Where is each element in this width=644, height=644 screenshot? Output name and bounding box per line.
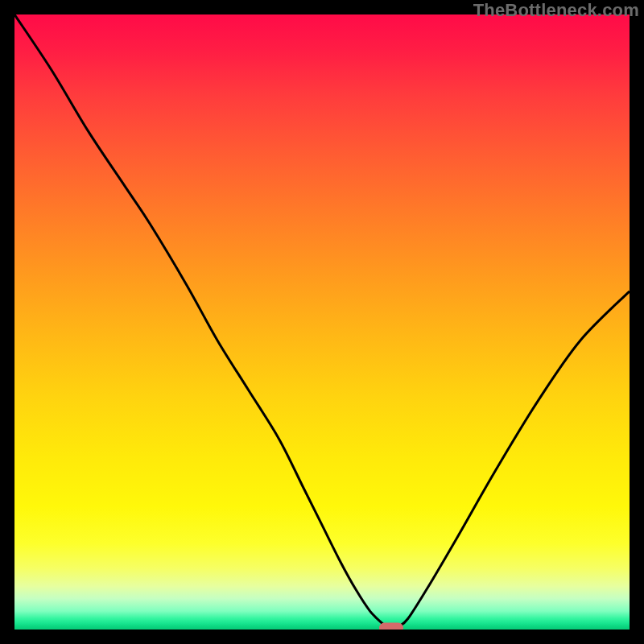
watermark-text: TheBottleneck.com [473,0,639,21]
chart-frame: TheBottleneck.com [0,0,644,644]
optimal-point-marker [379,622,403,630]
plot-area [14,14,630,630]
bottleneck-curve [14,14,630,630]
